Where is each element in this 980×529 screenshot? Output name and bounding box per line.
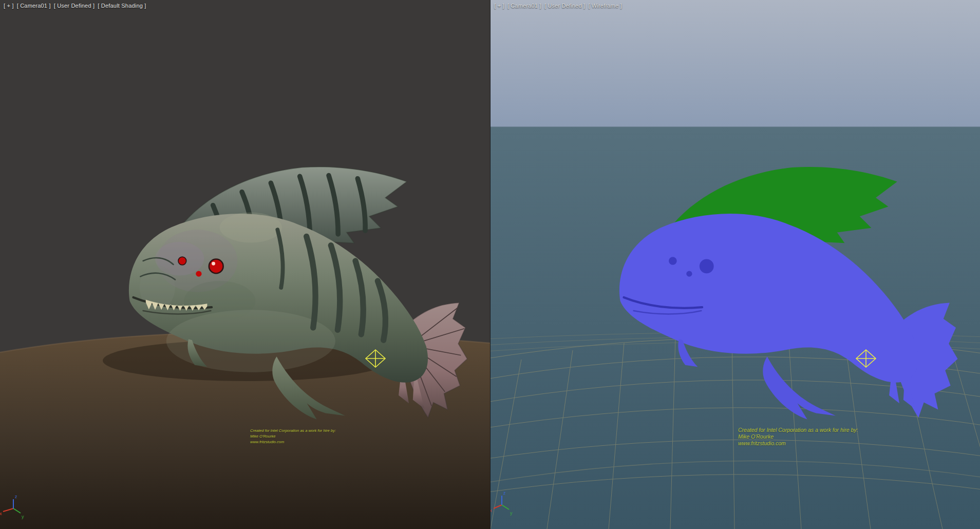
axis-z-label: z <box>503 490 506 496</box>
axis-z-label: z <box>15 494 17 499</box>
viewport-left-shaded[interactable]: x y z [ + ] [ Camera01 ] [ User Defined … <box>0 0 490 529</box>
scene-canvas-shaded[interactable]: x y z <box>0 0 490 529</box>
viewport-shading-menu[interactable]: [ Wireframe ] <box>588 3 622 9</box>
watermark-line-2: Mike O'Rourke <box>250 433 336 439</box>
viewport-shading-menu[interactable]: [ Default Shading ] <box>98 3 146 9</box>
viewport-layout-menu[interactable]: [ User Defined ] <box>54 3 95 9</box>
watermark-line-1: Created for Intel Corporation as a work … <box>738 427 858 433</box>
viewport-general-menu[interactable]: [ + ] <box>4 3 14 9</box>
watermark-line-3: www.fritzstudio.com <box>738 440 858 447</box>
watermark-left: Created for Intel Corporation as a work … <box>250 428 336 445</box>
viewport-split: x y z [ + ] [ Camera01 ] [ User Defined … <box>0 0 980 529</box>
viewport-pov-menu[interactable]: [ Camera01 ] <box>17 3 51 9</box>
viewport-layout-menu[interactable]: [ User Defined ] <box>544 3 586 9</box>
viewport-right-wireframe[interactable]: x y z [ + ] [ Camera01 ] [ User Defined … <box>490 0 980 529</box>
watermark-line-1: Created for Intel Corporation as a work … <box>250 428 336 433</box>
axis-y-label: y <box>510 511 513 516</box>
viewport-label-bar-right: [ + ] [ Camera01 ] [ User Defined ] [ Wi… <box>494 3 622 9</box>
viewport-label-bar-left: [ + ] [ Camera01 ] [ User Defined ] [ De… <box>4 3 146 9</box>
axis-x-label: x <box>0 511 2 516</box>
axis-y-label: y <box>22 514 24 519</box>
viewport-general-menu[interactable]: [ + ] <box>494 3 504 9</box>
viewport-pov-menu[interactable]: [ Camera01 ] <box>507 3 541 9</box>
watermark-line-3: www.fritzstudio.com <box>250 439 336 445</box>
watermark-line-2: Mike O'Rourke <box>738 433 858 440</box>
watermark-right: Created for Intel Corporation as a work … <box>738 427 858 447</box>
scene-canvas-wireframe[interactable]: x y z <box>491 0 980 529</box>
